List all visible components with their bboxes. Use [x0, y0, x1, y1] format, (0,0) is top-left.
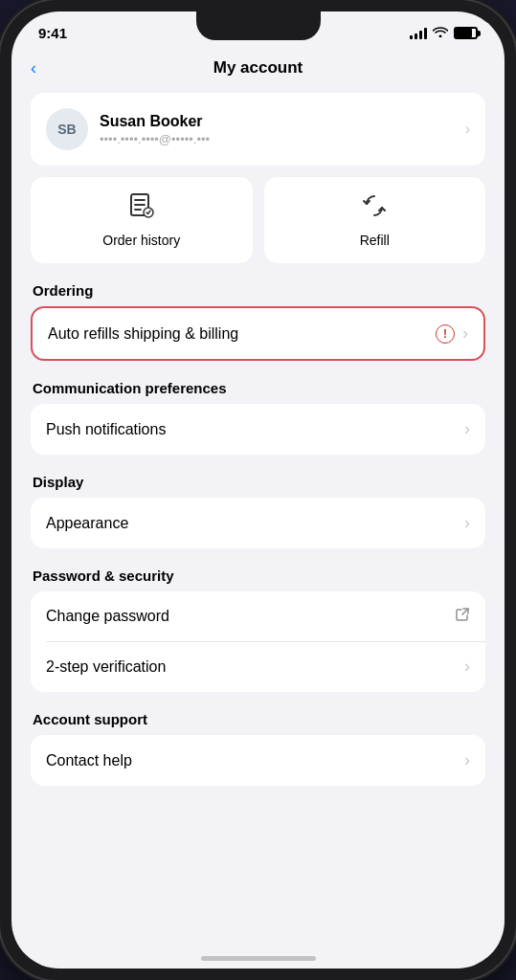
- password-section: Password & security Change password: [31, 568, 485, 692]
- external-link-icon: [455, 607, 470, 626]
- order-history-button[interactable]: Order history: [31, 177, 253, 263]
- page-header: ‹ My account: [31, 49, 485, 93]
- contact-help-item[interactable]: Contact help ›: [31, 735, 485, 786]
- page-title: My account: [213, 58, 303, 78]
- quick-actions: Order history Refill: [31, 177, 485, 263]
- push-notifications-item[interactable]: Push notifications ›: [31, 404, 485, 455]
- profile-card[interactable]: SB Susan Booker ••••.••••.••••@•••••.•••…: [31, 93, 485, 166]
- account-support-section: Account support Contact help ›: [31, 711, 485, 786]
- order-history-icon: [127, 192, 156, 225]
- change-password-right: [455, 607, 470, 626]
- password-group: Change password: [31, 591, 485, 692]
- refill-icon: [361, 192, 388, 225]
- profile-name: Susan Booker: [100, 113, 210, 130]
- profile-info: Susan Booker ••••.••••.••••@•••••.•••: [100, 113, 210, 146]
- auto-refills-label: Auto refills shipping & billing: [48, 325, 238, 343]
- wifi-icon: [433, 26, 448, 40]
- appearance-label: Appearance: [46, 515, 128, 532]
- profile-email: ••••.••••.••••@•••••.•••: [100, 132, 210, 146]
- back-button[interactable]: ‹: [31, 58, 36, 78]
- account-support-group: Contact help ›: [31, 735, 485, 786]
- profile-chevron-icon: ›: [465, 121, 470, 138]
- auto-refills-chevron-icon: ›: [462, 323, 468, 344]
- profile-left: SB Susan Booker ••••.••••.••••@•••••.•••: [46, 108, 210, 150]
- status-time: 9:41: [38, 25, 67, 41]
- two-step-chevron-icon: ›: [464, 657, 470, 677]
- push-notifications-right: ›: [464, 419, 470, 439]
- communication-section-label: Communication preferences: [31, 380, 485, 396]
- contact-help-label: Contact help: [46, 752, 132, 769]
- two-step-label: 2-step verification: [46, 658, 166, 676]
- contact-help-chevron-icon: ›: [464, 750, 470, 770]
- push-notifications-label: Push notifications: [46, 421, 166, 438]
- push-notifications-chevron-icon: ›: [464, 419, 470, 439]
- status-icons: [410, 26, 478, 40]
- display-section: Display Appearance ›: [31, 474, 485, 548]
- auto-refills-right: ! ›: [436, 323, 468, 344]
- refill-button[interactable]: Refill: [264, 177, 486, 263]
- battery-icon: [454, 27, 478, 39]
- notch: [196, 11, 321, 40]
- ordering-group: Auto refills shipping & billing ! ›: [31, 306, 485, 361]
- info-icon: !: [436, 324, 455, 344]
- appearance-item[interactable]: Appearance ›: [31, 498, 485, 548]
- phone-frame: 9:41: [0, 0, 516, 980]
- phone-screen: 9:41: [11, 11, 505, 969]
- change-password-label: Change password: [46, 608, 169, 625]
- content-area: ‹ My account SB Susan Booker ••••.••••.•…: [11, 49, 505, 958]
- communication-group: Push notifications ›: [31, 404, 485, 455]
- order-history-label: Order history: [102, 233, 180, 248]
- refill-label: Refill: [360, 233, 390, 248]
- display-group: Appearance ›: [31, 498, 485, 548]
- appearance-right: ›: [464, 513, 470, 533]
- contact-help-right: ›: [464, 750, 470, 770]
- appearance-chevron-icon: ›: [464, 513, 470, 533]
- communication-section: Communication preferences Push notificat…: [31, 380, 485, 455]
- account-support-label: Account support: [31, 711, 485, 727]
- password-section-label: Password & security: [31, 568, 485, 584]
- ordering-section-label: Ordering: [31, 282, 485, 299]
- change-password-item[interactable]: Change password: [31, 591, 485, 641]
- signal-bars-icon: [410, 28, 427, 39]
- home-indicator: [201, 956, 316, 961]
- two-step-right: ›: [464, 657, 470, 677]
- avatar: SB: [46, 108, 88, 150]
- display-section-label: Display: [31, 474, 485, 490]
- ordering-section: Ordering Auto refills shipping & billing…: [31, 282, 485, 361]
- auto-refills-item[interactable]: Auto refills shipping & billing ! ›: [33, 308, 483, 359]
- two-step-verification-item[interactable]: 2-step verification ›: [31, 641, 485, 692]
